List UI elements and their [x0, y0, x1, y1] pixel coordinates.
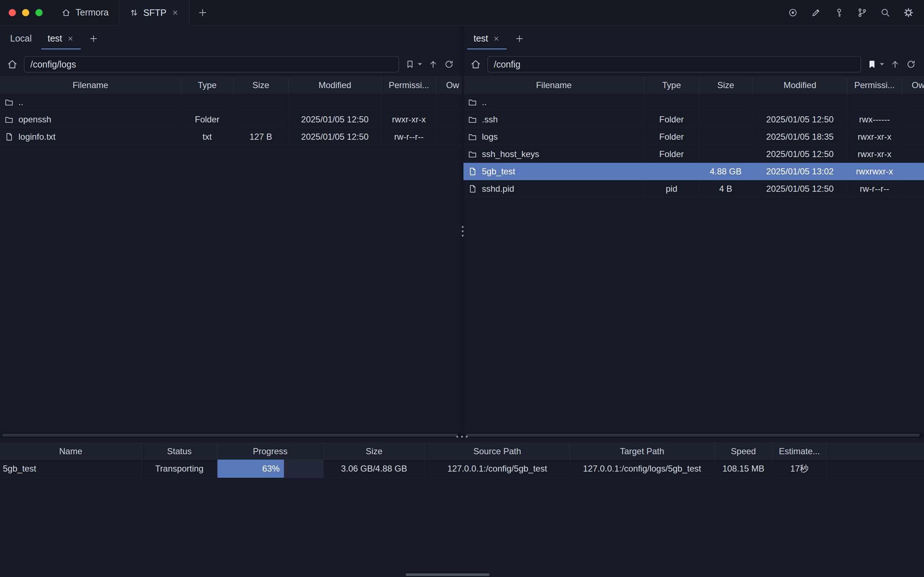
- right-tab-close-button[interactable]: [492, 35, 500, 43]
- cell-modified: [753, 93, 847, 111]
- chevron-down-icon: [880, 63, 884, 66]
- right-tab-test[interactable]: test: [466, 25, 508, 52]
- tab-termora[interactable]: Termora: [51, 0, 119, 25]
- transfer-arrows-icon: [129, 8, 139, 17]
- left-tab-local[interactable]: Local: [2, 25, 40, 52]
- left-pane: Local test: [0, 25, 462, 439]
- cell-permissions: rw-r--r--: [847, 180, 902, 198]
- col-header-owner[interactable]: Ow: [902, 77, 924, 93]
- table-row[interactable]: sshd.pid pid 4 B 2025/01/05 12:50 rw-r--…: [463, 180, 924, 198]
- left-bookmark-control[interactable]: [405, 59, 422, 69]
- right-new-tab-button[interactable]: [508, 25, 531, 52]
- col-header-status[interactable]: Status: [142, 443, 217, 459]
- table-row-selected[interactable]: 5gb_test 4.88 GB 2025/01/05 13:02 rwxrwx…: [463, 163, 924, 180]
- cell-permissions: rwxrwxr-x: [847, 163, 902, 180]
- left-tab-test[interactable]: test: [40, 25, 82, 52]
- right-refresh-button[interactable]: [906, 59, 916, 69]
- right-path-input[interactable]: [487, 56, 861, 73]
- col-header-permissions[interactable]: Permissi...: [847, 77, 902, 93]
- home-icon[interactable]: [470, 58, 482, 70]
- cell-transfer-size: 3.06 GB/4.88 GB: [323, 459, 425, 478]
- cell-modified: 2025/01/05 12:50: [753, 111, 847, 128]
- left-refresh-button[interactable]: [444, 59, 454, 69]
- left-path-input[interactable]: [24, 56, 399, 73]
- zoom-window-button[interactable]: [35, 9, 43, 16]
- table-row[interactable]: ..: [463, 93, 924, 111]
- table-row[interactable]: ssh_host_keys Folder 2025/01/05 12:50 rw…: [463, 145, 924, 163]
- col-header-estimate[interactable]: Estimate...: [772, 443, 826, 459]
- cell-filename: ..: [0, 93, 181, 111]
- h-splitter-handle[interactable]: [456, 436, 468, 438]
- cell-permissions: rwxr-xr-x: [847, 128, 902, 145]
- table-row[interactable]: .ssh Folder 2025/01/05 12:50 rwx------: [463, 111, 924, 128]
- col-header-source-path[interactable]: Source Path: [425, 443, 570, 459]
- table-row[interactable]: openssh Folder 2025/01/05 12:50 rwxr-xr-…: [0, 111, 462, 128]
- cell-owner: [902, 111, 924, 128]
- table-row[interactable]: loginfo.txt txt 127 B 2025/01/05 12:50 r…: [0, 128, 462, 145]
- cell-owner: [436, 128, 462, 145]
- file-icon: [468, 184, 477, 193]
- folder-icon: [468, 132, 477, 142]
- right-up-directory-button[interactable]: [890, 59, 900, 69]
- cell-owner: [902, 93, 924, 111]
- folder-icon: [4, 97, 14, 107]
- right-bookmark-control[interactable]: [867, 59, 884, 69]
- search-icon[interactable]: [880, 7, 891, 18]
- tab-sftp[interactable]: SFTP: [119, 0, 190, 25]
- table-row[interactable]: ..: [0, 93, 462, 111]
- col-header-progress[interactable]: Progress: [217, 443, 323, 459]
- cell-filename: ..: [463, 93, 644, 111]
- close-tab-icon[interactable]: [171, 9, 179, 17]
- transfer-row[interactable]: 5gb_test Transporting 63% 3.06 GB/4.88 G…: [0, 459, 924, 478]
- edit-icon[interactable]: [811, 7, 821, 18]
- left-tab-close-button[interactable]: [66, 35, 74, 43]
- folder-icon: [468, 97, 477, 107]
- folder-icon: [4, 115, 14, 124]
- new-window-tab-button[interactable]: [190, 0, 216, 25]
- bottom-scrollbar-thumb[interactable]: [406, 574, 489, 576]
- col-header-size[interactable]: Size: [233, 77, 288, 93]
- cell-filename: ssh_host_keys: [463, 145, 644, 163]
- col-header-target-path[interactable]: Target Path: [570, 443, 714, 459]
- horizontal-scrollbar-thumb[interactable]: [466, 434, 920, 437]
- key-icon[interactable]: [834, 7, 845, 18]
- bookmark-icon: [405, 59, 415, 69]
- record-icon[interactable]: [787, 7, 798, 18]
- col-header-filename[interactable]: Filename: [0, 77, 181, 93]
- tab-termora-label: Termora: [76, 7, 109, 18]
- cell-size: 127 B: [233, 128, 288, 145]
- home-icon[interactable]: [6, 58, 18, 70]
- horizontal-scrollbar-thumb[interactable]: [2, 434, 458, 437]
- table-row[interactable]: logs Folder 2025/01/05 18:35 rwxr-xr-x: [463, 128, 924, 145]
- col-header-name[interactable]: Name: [0, 443, 142, 459]
- cell-permissions: [847, 93, 902, 111]
- plus-icon: [198, 8, 208, 18]
- col-header-type[interactable]: Type: [181, 77, 233, 93]
- cell-permissions: [381, 93, 436, 111]
- col-header-modified[interactable]: Modified: [753, 77, 847, 93]
- col-header-type[interactable]: Type: [644, 77, 698, 93]
- col-header-size[interactable]: Size: [323, 443, 425, 459]
- cell-size: 4 B: [698, 180, 753, 198]
- left-new-tab-button[interactable]: [82, 25, 105, 52]
- right-tab-test-label: test: [474, 33, 488, 44]
- cell-type: [644, 163, 698, 180]
- cell-size: [698, 128, 753, 145]
- cell-filler: [826, 459, 924, 478]
- minimize-window-button[interactable]: [22, 9, 29, 16]
- cell-filename: .ssh: [463, 111, 644, 128]
- cell-permissions: rwxr-xr-x: [847, 145, 902, 163]
- col-header-modified[interactable]: Modified: [288, 77, 381, 93]
- right-pane-tabs: test: [463, 25, 924, 52]
- col-header-filename[interactable]: Filename: [463, 77, 644, 93]
- left-up-directory-button[interactable]: [428, 59, 438, 69]
- col-header-permissions[interactable]: Permissi...: [381, 77, 436, 93]
- col-header-size[interactable]: Size: [698, 77, 753, 93]
- col-header-owner[interactable]: Ow: [436, 77, 462, 93]
- cell-owner: [436, 93, 462, 111]
- close-window-button[interactable]: [9, 9, 16, 16]
- settings-gear-icon[interactable]: [903, 7, 914, 18]
- col-header-speed[interactable]: Speed: [714, 443, 772, 459]
- git-branch-icon[interactable]: [857, 7, 868, 18]
- cell-owner: [902, 163, 924, 180]
